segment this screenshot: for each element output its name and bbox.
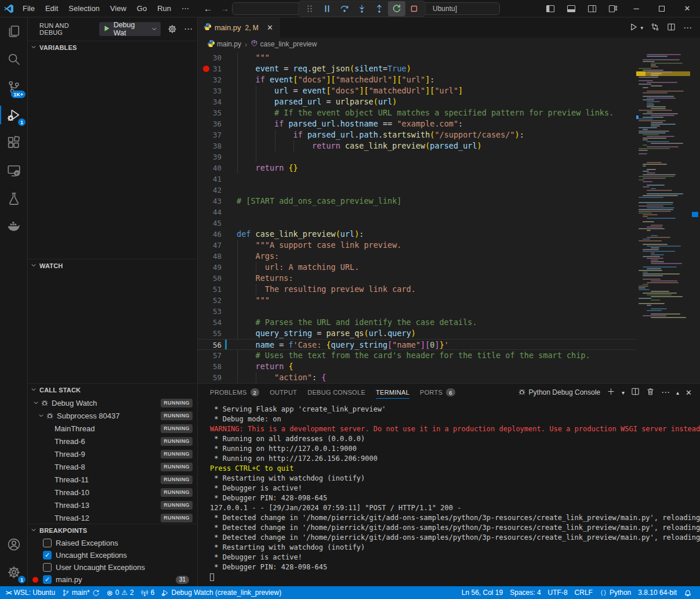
debug-config-dropdown[interactable]: Debug Wat <box>99 22 161 36</box>
tab-main-py[interactable]: main.py 2, M ✕ <box>198 17 280 38</box>
new-terminal-plus-icon[interactable] <box>607 387 615 398</box>
menu-run[interactable]: Run <box>152 0 176 17</box>
breakpoint-checkbox[interactable]: ✓ <box>43 551 52 560</box>
call-stack-item[interactable]: MainThreadRUNNING <box>28 422 197 435</box>
panel-tab-problems[interactable]: PROBLEMS2 <box>210 384 259 401</box>
line-number[interactable]: 51 <box>198 284 222 295</box>
line-number[interactable]: 40 <box>198 163 222 174</box>
line-number[interactable]: 41 <box>198 174 222 185</box>
line-number[interactable]: 49 <box>198 262 222 273</box>
close-panel-icon[interactable]: ✕ <box>686 388 692 397</box>
line-number[interactable]: 38 <box>198 140 222 151</box>
line-number[interactable]: 30 <box>198 52 222 63</box>
editor-scrollbar[interactable] <box>690 50 700 383</box>
breakpoint-item[interactable]: Raised Exceptions <box>28 537 197 549</box>
activity-testing-icon[interactable] <box>0 185 27 212</box>
customize-layout-icon[interactable] <box>603 0 623 17</box>
toggle-panel-icon[interactable] <box>561 0 582 17</box>
line-number[interactable]: 44 <box>198 207 222 218</box>
terminal-output[interactable]: * Serving Flask app 'create_link_preview… <box>198 401 700 586</box>
stop-icon[interactable] <box>405 1 423 16</box>
line-number[interactable]: 50 <box>198 273 222 284</box>
restart-icon[interactable] <box>388 1 405 16</box>
call-stack-item[interactable]: Thread-12RUNNING <box>28 511 197 524</box>
breakpoint-item[interactable]: ✓main.py31 <box>28 573 197 586</box>
line-number[interactable]: 46 <box>198 229 222 240</box>
activity-search-icon[interactable] <box>0 45 27 73</box>
step-over-icon[interactable] <box>336 1 353 16</box>
activity-run-and-debug-icon[interactable]: 1 <box>0 101 27 129</box>
open-changes-icon[interactable] <box>651 23 659 33</box>
panel-more-actions-icon[interactable]: ⋯ <box>661 387 670 398</box>
breakpoint-dot-icon[interactable] <box>203 66 209 72</box>
start-debugging-icon[interactable] <box>103 24 111 34</box>
line-number[interactable]: 58 <box>198 361 222 372</box>
line-number[interactable]: 37 <box>198 129 222 140</box>
panel-tab-debug-console[interactable]: DEBUG CONSOLE <box>307 384 365 401</box>
status-git-branch[interactable]: main* <box>59 586 103 599</box>
status-remote-indicator[interactable]: ><WSL: Ubuntu <box>2 586 59 599</box>
activity-docker-icon[interactable] <box>0 212 27 240</box>
run-python-file-icon[interactable] <box>629 23 638 33</box>
line-number[interactable]: 34 <box>198 96 222 107</box>
line-number[interactable]: 48 <box>198 251 222 262</box>
menu-edit[interactable]: Edit <box>40 0 63 17</box>
menu-go[interactable]: Go <box>132 0 152 17</box>
line-number[interactable]: 47 <box>198 240 222 251</box>
line-number[interactable]: 42 <box>198 185 222 196</box>
status-ports[interactable]: 6 <box>137 586 158 599</box>
activity-source-control-icon[interactable]: 1K+ <box>0 73 27 101</box>
line-number[interactable]: 53 <box>198 306 222 317</box>
breadcrumb-symbol[interactable]: case_link_preview <box>260 40 317 48</box>
status-cursor-position[interactable]: Ln 56, Col 19 <box>458 586 506 599</box>
line-number[interactable]: 36 <box>198 118 222 129</box>
breakpoints-section-header[interactable]: BREAKPOINTS <box>28 524 197 537</box>
status-language-mode[interactable]: Python <box>596 586 634 599</box>
status-encoding[interactable]: UTF-8 <box>545 586 571 599</box>
activity-explorer-icon[interactable] <box>0 17 27 45</box>
line-number[interactable]: 33 <box>198 85 222 96</box>
editor-more-actions-icon[interactable]: ⋯ <box>683 23 692 33</box>
line-number[interactable]: 39 <box>198 151 222 163</box>
line-number[interactable]: 35 <box>198 107 222 118</box>
step-into-icon[interactable] <box>353 1 371 16</box>
breadcrumb-file[interactable]: main.py <box>217 40 241 48</box>
terminal-dropdown-chevron-icon[interactable]: ▾ <box>622 389 625 396</box>
status-problems[interactable]: ⊗0⚠2 <box>103 586 137 599</box>
activity-settings-icon[interactable]: 1 <box>0 558 27 586</box>
panel-tab-ports[interactable]: PORTS6 <box>420 384 455 401</box>
watch-section-header[interactable]: WATCH <box>28 259 197 272</box>
split-editor-icon[interactable] <box>667 23 676 33</box>
status-notifications[interactable] <box>680 586 695 599</box>
line-number[interactable]: 57 <box>198 350 222 361</box>
navigate-back-button[interactable]: ← <box>204 3 212 13</box>
status-debug-session[interactable]: Debug Watch (create_link_preview) <box>158 586 285 599</box>
breakpoint-checkbox[interactable] <box>43 539 52 547</box>
activity-accounts-icon[interactable] <box>0 531 27 558</box>
call-stack-item[interactable]: Thread-9RUNNING <box>28 448 197 460</box>
call-stack-item[interactable]: Thread-6RUNNING <box>28 435 197 448</box>
views-more-actions-icon[interactable]: ⋯ <box>184 24 193 34</box>
toggle-secondary-sidebar-icon[interactable] <box>582 0 603 17</box>
call-stack-item[interactable]: Debug WatchRUNNING <box>28 396 197 409</box>
step-out-icon[interactable] <box>371 1 388 16</box>
menu-file[interactable]: File <box>17 0 40 17</box>
line-number[interactable]: 32 <box>198 74 222 85</box>
minimap[interactable] <box>636 50 690 383</box>
pause-icon[interactable] <box>318 1 336 16</box>
split-terminal-icon[interactable] <box>631 387 640 398</box>
call-stack-item[interactable]: Thread-13RUNNING <box>28 499 197 511</box>
call-stack-item[interactable]: Thread-11RUNNING <box>28 473 197 486</box>
run-dropdown-chevron-icon[interactable]: ▾ <box>640 25 643 31</box>
menu-more[interactable]: ⋯ <box>176 0 194 17</box>
call-stack-item[interactable]: Thread-8RUNNING <box>28 460 197 473</box>
call-stack-item[interactable]: Subprocess 80437RUNNING <box>28 409 197 422</box>
close-button[interactable]: ✕ <box>674 0 700 17</box>
line-number[interactable]: 55 <box>198 328 222 339</box>
variables-section-header[interactable]: VARIABLES <box>28 41 197 54</box>
breakpoint-item[interactable]: User Uncaught Exceptions <box>28 561 197 573</box>
breakpoint-item[interactable]: ✓Uncaught Exceptions <box>28 549 197 561</box>
kill-terminal-trash-icon[interactable] <box>646 387 655 398</box>
terminal-instance-label[interactable]: Python Debug Console <box>518 388 600 398</box>
status-indentation[interactable]: Spaces: 4 <box>506 586 544 599</box>
